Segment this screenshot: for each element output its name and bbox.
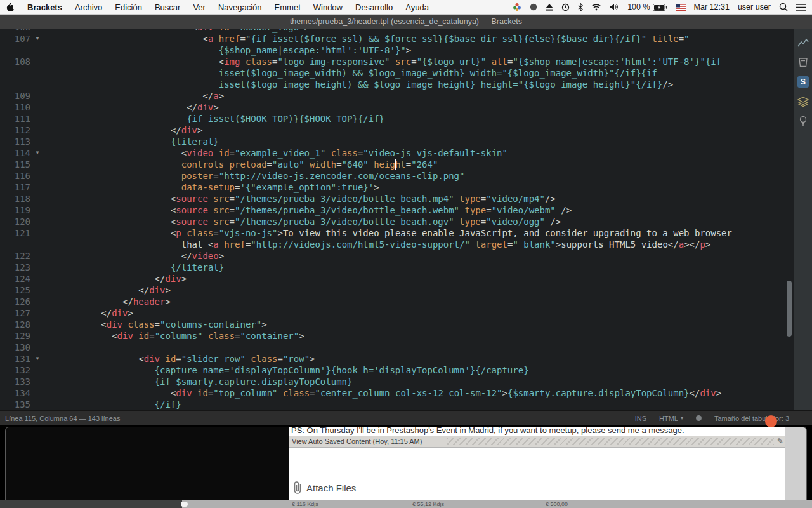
code-row[interactable]: 116 poster="http://video-js.zencoder.com…	[0, 170, 794, 182]
bottom-strip-left	[0, 500, 182, 508]
apple-menu[interactable]	[6, 3, 15, 12]
tab-size-setting[interactable]: Tamaño del tabulador: 3	[714, 415, 789, 422]
code-row[interactable]: 131▼ <div id="slider_row" class="row">	[0, 353, 794, 364]
code-row[interactable]: 114▼ <video id="example_video_1" class="…	[0, 147, 794, 159]
menu-buscar[interactable]: Buscar	[155, 3, 180, 12]
line-number	[0, 44, 30, 56]
autosave-link[interactable]: View Auto Saved Content (Hoy, 11:15 AM)	[292, 438, 422, 445]
code-row[interactable]: 127 </div>	[0, 307, 794, 319]
code-row[interactable]: 113 {literal}	[0, 136, 794, 147]
chart-extension-button[interactable]	[797, 36, 809, 49]
menu-emmet[interactable]: Emmet	[275, 3, 301, 12]
code-row[interactable]: 110 </div>	[0, 102, 794, 113]
language-mode-dropdown[interactable]: HTML ▾	[659, 415, 683, 422]
menu-brackets[interactable]: Brackets	[27, 3, 62, 12]
code-row[interactable]: 130	[0, 342, 794, 353]
line-number: 132	[0, 364, 30, 376]
volume-icon	[610, 3, 619, 11]
code-row[interactable]: {$shop_name|escape:'html':'UTF-8'}">	[0, 44, 794, 56]
vertical-scrollbar-thumb[interactable]	[787, 281, 792, 337]
code-row[interactable]: 122 </video>	[0, 250, 794, 262]
code-row[interactable]: 119 <source src="/themes/prueba_3/video/…	[0, 204, 794, 216]
s-badge-icon: S	[797, 76, 809, 88]
app-status-menu-extra[interactable]	[530, 3, 537, 11]
code-row[interactable]: 108 <img class="logo img-responsive" src…	[0, 56, 794, 67]
code-row[interactable]: 111 {if isset($HOOK_TOP)}{$HOOK_TOP}{/if…	[0, 113, 794, 124]
line-number	[0, 79, 30, 90]
code-row[interactable]: 106 <div id="header_logo">	[0, 29, 794, 33]
code-row[interactable]: 107▼ <a href="{if isset($force_ssl) && $…	[0, 33, 794, 44]
fold-gutter	[30, 170, 44, 182]
window-title: themes/prueba_3/header.tpl (essencia_de_…	[290, 17, 522, 26]
code-row[interactable]: 109 </a>	[0, 90, 794, 102]
input-language-menu-extra[interactable]	[676, 4, 686, 11]
bluetooth-menu-extra[interactable]	[578, 3, 583, 11]
code-row[interactable]: 126 </header>	[0, 296, 794, 307]
code-row[interactable]: 117 data-setup='{"example_option":true}'…	[0, 182, 794, 193]
bottom-scrollbar-thumb[interactable]	[181, 502, 188, 507]
code-row[interactable]: 134 <div id="top_column" class="center_c…	[0, 387, 794, 399]
code-row[interactable]: 115 controls preload="auto" width="640" …	[0, 159, 794, 170]
menu-user[interactable]: user user	[738, 3, 771, 11]
menu-bar: Brackets ArchivoEdiciónBuscarVerNavegaci…	[0, 0, 812, 15]
fold-arrow-icon[interactable]: ▼	[30, 353, 44, 364]
volume-menu-extra[interactable]	[610, 3, 619, 11]
line-number: 118	[0, 193, 30, 204]
line-number	[0, 239, 30, 250]
battery-menu-extra[interactable]: 100 %	[627, 3, 667, 11]
code-row[interactable]: isset($logo_image_height) && $logo_image…	[0, 79, 794, 90]
line-number	[0, 67, 30, 79]
menu-navegación[interactable]: Navegación	[218, 3, 262, 12]
code-row[interactable]: 125 </div>	[0, 284, 794, 296]
code-row[interactable]: 124 </div>	[0, 273, 794, 284]
eject-menu-extra[interactable]	[546, 4, 553, 11]
code-row[interactable]: 123 {/literal}	[0, 262, 794, 273]
code-row[interactable]: 112 </div>	[0, 124, 794, 136]
insert-mode-toggle[interactable]: INS	[635, 415, 646, 422]
language-mode-label: HTML	[659, 415, 678, 422]
bucket-extension-button[interactable]	[797, 56, 809, 69]
code-row[interactable]: 120 <source src="/themes/prueba_3/video/…	[0, 216, 794, 227]
attach-files-button[interactable]: Attach Files	[293, 481, 356, 495]
sftp-extension-button[interactable]: S	[797, 76, 809, 88]
time-machine-menu-extra[interactable]	[561, 3, 570, 11]
desktop-below: PS: On Thursday I'll be in Prestashop's …	[0, 425, 812, 508]
code-row[interactable]: isset($logo_image_width) && $logo_image_…	[0, 67, 794, 79]
line-number: 134	[0, 387, 30, 399]
bottom-strip-fragment: € 116 Kdjs	[292, 501, 318, 507]
fold-gutter	[30, 56, 44, 67]
menu-archivo[interactable]: Archivo	[75, 3, 102, 12]
autosave-bar: View Auto Saved Content (Hoy, 11:15 AM) …	[289, 436, 785, 448]
code-row[interactable]: 121 <p class="vjs-no-js">To view this vi…	[0, 227, 794, 239]
code-row[interactable]: 133 {if $smarty.capture.displayTopColumn…	[0, 376, 794, 387]
code-row[interactable]: 132 {capture name='displayTopColumn'}{ho…	[0, 364, 794, 376]
wifi-menu-extra[interactable]	[591, 3, 601, 11]
menu-clock[interactable]: Mar 12:31	[694, 3, 730, 11]
fold-arrow-icon[interactable]: ▼	[30, 147, 44, 159]
fold-arrow-icon[interactable]: ▼	[30, 33, 44, 44]
fold-gutter	[30, 296, 44, 307]
pinwheel-menu-extra[interactable]	[513, 3, 521, 11]
apple-icon	[6, 3, 15, 12]
code-editor[interactable]: 106 <div id="header_logo">107▼ <a href="…	[0, 29, 794, 410]
code-row[interactable]: 118 <source src="/themes/prueba_3/video/…	[0, 193, 794, 204]
layers-extension-button[interactable]	[797, 95, 809, 108]
notification-center-menu-extra[interactable]	[796, 4, 806, 11]
menu-ver[interactable]: Ver	[193, 3, 206, 12]
code-row[interactable]: that <a href="http://videojs.com/html5-v…	[0, 239, 794, 250]
hints-extension-button[interactable]	[797, 115, 809, 128]
menu-desarrollo[interactable]: Desarrollo	[355, 3, 393, 12]
code-row[interactable]: 129 <div id="columns" class="container">	[0, 330, 794, 342]
fold-gutter	[30, 330, 44, 342]
lint-status-indicator[interactable]	[696, 415, 702, 421]
menu-edición[interactable]: Edición	[115, 3, 142, 12]
line-number: 112	[0, 124, 30, 136]
code-row[interactable]: 135 {/if}	[0, 399, 794, 410]
menu-window[interactable]: Window	[313, 3, 343, 12]
code-row[interactable]: 128 <div class="columns-container">	[0, 319, 794, 330]
battery-icon	[653, 4, 667, 11]
fold-gutter	[30, 193, 44, 204]
menu-ayuda[interactable]: Ayuda	[405, 3, 429, 12]
spotlight-menu-extra[interactable]	[779, 3, 788, 11]
fold-gutter	[30, 319, 44, 330]
